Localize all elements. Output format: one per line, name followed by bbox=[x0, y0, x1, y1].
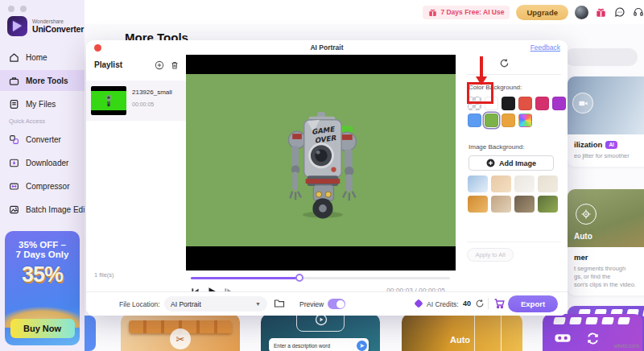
ai-badge: AI bbox=[605, 141, 617, 149]
window-dot[interactable] bbox=[20, 6, 27, 12]
auto-label: Auto bbox=[450, 335, 470, 345]
bg-image-thumb-green-plants[interactable] bbox=[538, 196, 558, 213]
description-input[interactable]: Enter a description word ➤ bbox=[269, 338, 369, 351]
preview-toggle[interactable] bbox=[328, 299, 345, 309]
promo-big-35: 35% bbox=[5, 262, 80, 287]
dialog-bottom-bar: File Location: AI Portrait ▼ Preview AI … bbox=[86, 291, 568, 316]
sidebar-item-label: Home bbox=[26, 53, 47, 62]
seek-bar[interactable] bbox=[191, 275, 450, 282]
bg-image-thumb-beige-wall[interactable] bbox=[538, 176, 558, 192]
bg-image-thumb-office[interactable] bbox=[514, 196, 535, 213]
apply-to-all-button[interactable]: Apply to All bbox=[467, 248, 514, 262]
file-location-select[interactable]: AI Portrait ▼ bbox=[164, 296, 267, 312]
buy-now-button[interactable]: Buy Now bbox=[10, 319, 75, 338]
brand-wondershare: Wondershare bbox=[32, 19, 84, 24]
bg-image-thumb-sunset-beach[interactable] bbox=[491, 176, 511, 192]
user-avatar[interactable] bbox=[575, 6, 588, 19]
feedback-chat-button[interactable] bbox=[613, 6, 625, 19]
file-location-value: AI Portrait bbox=[171, 300, 201, 308]
discount-promo-banner[interactable]: 35% OFF – 7 Days Only 35% Buy Now bbox=[5, 231, 80, 345]
sidebar-item-batch-image-edit[interactable]: Batch Image Edit bbox=[0, 199, 85, 220]
ai-credit-icon bbox=[414, 299, 423, 308]
uniconverter-logo-icon bbox=[7, 16, 27, 36]
card-title: ilization bbox=[574, 140, 602, 149]
upgrade-button[interactable]: Upgrade bbox=[516, 5, 568, 20]
converter-icon bbox=[9, 134, 19, 145]
ai-portrait-dialog: AI Portrait Feedback Playlist 213926_sma… bbox=[86, 40, 568, 316]
promo-line2: 7 Days Only bbox=[5, 250, 80, 259]
cart-icon[interactable] bbox=[493, 298, 505, 309]
sidebar: Wondershare UniConverter Home More Tools… bbox=[0, 0, 85, 351]
brand-uniconverter: UniConverter bbox=[32, 24, 84, 34]
sidebar-item-converter[interactable]: Converter bbox=[0, 129, 85, 150]
support-button[interactable] bbox=[632, 6, 644, 19]
trash-icon[interactable] bbox=[170, 60, 180, 70]
annotation-arrow-shaft bbox=[480, 56, 483, 77]
add-image-button[interactable]: Add Image bbox=[469, 155, 554, 171]
bg-image-thumb-living-room[interactable] bbox=[491, 196, 511, 213]
seek-fill bbox=[191, 277, 299, 279]
chat-bubble-icon bbox=[614, 6, 625, 18]
auto-overlay-label: Auto bbox=[574, 232, 592, 241]
card-auto-reframe[interactable]: Auto bbox=[402, 314, 522, 351]
playlist-item-duration: 00:00:05 bbox=[132, 101, 154, 107]
headset-icon bbox=[633, 6, 644, 18]
chevron-down-icon: ▼ bbox=[255, 301, 261, 307]
sidebar-item-my-files[interactable]: My Files bbox=[0, 93, 85, 114]
sidebar-item-label: Batch Image Edit bbox=[26, 205, 85, 214]
preview-label: Preview bbox=[299, 300, 324, 308]
card-stabilization[interactable]: ilization AI eo jitter for smoother bbox=[568, 76, 644, 167]
free-trial-label: 7 Days Free: AI Use bbox=[440, 8, 504, 16]
submit-arrow-icon[interactable]: ➤ bbox=[357, 341, 367, 351]
refresh-credits-icon[interactable] bbox=[475, 299, 485, 308]
add-file-icon[interactable] bbox=[155, 60, 164, 70]
color-swatch-purple[interactable] bbox=[552, 97, 566, 110]
bg-image-thumb-sky-beach[interactable] bbox=[468, 176, 488, 192]
gift-button[interactable] bbox=[595, 6, 607, 19]
playlist-item[interactable]: 213926_small 00:00:05 bbox=[86, 81, 186, 121]
sidebar-item-compressor[interactable]: Compressor bbox=[0, 176, 85, 196]
color-swatch-green[interactable] bbox=[485, 114, 498, 127]
bg-image-thumb-warm-interior[interactable] bbox=[468, 196, 488, 213]
video-preview-area[interactable]: GAME OVER bbox=[186, 55, 456, 270]
quick-access-label: Quick Access bbox=[9, 118, 45, 125]
feedback-link[interactable]: Feedback bbox=[530, 43, 560, 52]
sidebar-item-home[interactable]: Home bbox=[0, 47, 85, 68]
card-trimmer[interactable]: Auto mer t segments through gs, or find … bbox=[568, 189, 644, 295]
sidebar-item-more-tools[interactable]: More Tools bbox=[0, 70, 85, 91]
color-swatch-pink[interactable] bbox=[535, 97, 549, 110]
color-swatch-red[interactable] bbox=[518, 97, 532, 110]
sidebar-item-label: Downloader bbox=[26, 159, 68, 167]
export-button[interactable]: Export bbox=[508, 295, 558, 312]
play-circle-icon bbox=[315, 314, 328, 326]
free-trial-pill[interactable]: 7 Days Free: AI Use bbox=[423, 6, 510, 19]
bg-image-thumb-white-interior[interactable] bbox=[514, 176, 535, 192]
window-controls[interactable] bbox=[8, 6, 27, 12]
file-icon bbox=[9, 99, 19, 109]
scissors-icon: ✂ bbox=[170, 328, 191, 349]
folder-icon[interactable] bbox=[274, 298, 285, 308]
robot-thumb-icon bbox=[105, 94, 113, 107]
color-swatch-rainbow[interactable] bbox=[518, 114, 532, 127]
compressor-icon bbox=[9, 181, 19, 192]
gift-icon bbox=[596, 7, 606, 18]
color-swatch-blue[interactable] bbox=[468, 114, 481, 127]
color-swatch-black[interactable] bbox=[502, 97, 515, 110]
card-stabilization-image bbox=[568, 76, 644, 134]
card-text-to-video[interactable]: Enter a description word ➤ bbox=[261, 314, 380, 351]
robot-illustration: GAME OVER bbox=[275, 97, 368, 223]
files-count: 1 file(s) bbox=[94, 271, 114, 279]
color-swatch-orange[interactable] bbox=[502, 114, 515, 127]
plus-circle-icon bbox=[486, 159, 495, 167]
seek-handle[interactable] bbox=[295, 274, 303, 282]
reset-icon[interactable] bbox=[499, 58, 510, 68]
sidebar-item-label: Compressor bbox=[26, 182, 69, 191]
sidebar-item-downloader[interactable]: Downloader bbox=[0, 152, 85, 173]
file-location-label: File Location: bbox=[119, 300, 160, 308]
card-video-cutter[interactable]: ✂ bbox=[121, 314, 240, 351]
briefcase-icon bbox=[9, 76, 19, 86]
window-dot[interactable] bbox=[8, 6, 14, 12]
reframe-guides bbox=[474, 314, 502, 351]
playlist-panel: Playlist 213926_small 00:00:05 1 file(s) bbox=[86, 55, 186, 291]
card-trimmer-image: Auto bbox=[568, 189, 644, 247]
